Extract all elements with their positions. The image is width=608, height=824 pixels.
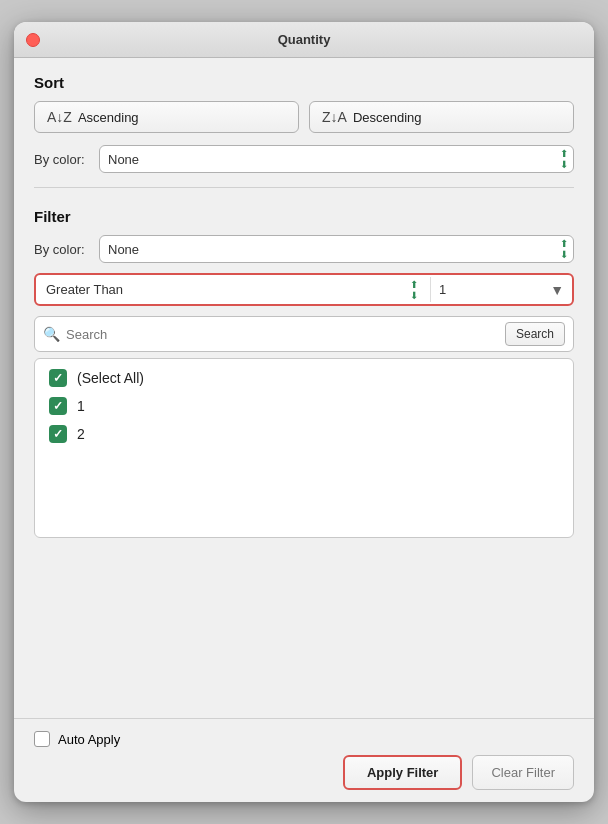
footer-buttons: Apply Filter Clear Filter — [34, 755, 574, 790]
clear-filter-button[interactable]: Clear Filter — [472, 755, 574, 790]
search-bar: 🔍 Search — [34, 316, 574, 352]
sort-label: Sort — [34, 74, 574, 91]
condition-value-input[interactable] — [431, 277, 570, 302]
select-all-label: (Select All) — [77, 370, 144, 386]
descending-icon: Z↓A — [322, 109, 347, 125]
sort-buttons: A↓Z Ascending Z↓A Descending — [34, 101, 574, 133]
window-title: Quantity — [278, 32, 331, 47]
item-1-label: 1 — [77, 398, 85, 414]
condition-select[interactable]: Greater Than Less Than Equals Not Equals… — [38, 277, 424, 302]
condition-select-wrapper: Greater Than Less Than Equals Not Equals… — [38, 277, 424, 302]
ascending-button[interactable]: A↓Z Ascending — [34, 101, 299, 133]
filter-color-select-wrapper: None ⬆⬇ — [99, 235, 574, 263]
sort-by-color-label: By color: — [34, 152, 89, 167]
descending-button[interactable]: Z↓A Descending — [309, 101, 574, 133]
apply-filter-button[interactable]: Apply Filter — [343, 755, 463, 790]
sort-color-select-wrapper: None ⬆⬇ — [99, 145, 574, 173]
search-icon: 🔍 — [43, 326, 60, 342]
filter-condition-row: Greater Than Less Than Equals Not Equals… — [34, 273, 574, 306]
list-item: 2 — [49, 425, 559, 443]
list-item: (Select All) — [49, 369, 559, 387]
sort-color-select[interactable]: None — [99, 145, 574, 173]
item-2-label: 2 — [77, 426, 85, 442]
list-item: 1 — [49, 397, 559, 415]
select-all-checkbox[interactable] — [49, 369, 67, 387]
item-2-checkbox[interactable] — [49, 425, 67, 443]
sort-by-color-row: By color: None ⬆⬇ — [34, 145, 574, 173]
close-button[interactable] — [26, 33, 40, 47]
sort-section: Sort A↓Z Ascending Z↓A Descending By col… — [34, 74, 574, 183]
descending-label: Descending — [353, 110, 422, 125]
ascending-icon: A↓Z — [47, 109, 72, 125]
content-area: Sort A↓Z Ascending Z↓A Descending By col… — [14, 58, 594, 718]
filter-section: Filter By color: None ⬆⬇ Greater Than — [34, 208, 574, 538]
footer: Auto Apply Apply Filter Clear Filter — [14, 718, 594, 802]
item-1-checkbox[interactable] — [49, 397, 67, 415]
filter-label: Filter — [34, 208, 574, 225]
filter-by-color-label: By color: — [34, 242, 89, 257]
auto-apply-checkbox[interactable] — [34, 731, 50, 747]
search-input[interactable] — [66, 327, 499, 342]
auto-apply-label: Auto Apply — [58, 732, 120, 747]
auto-apply-row: Auto Apply — [34, 731, 574, 747]
items-list: (Select All) 1 2 — [34, 358, 574, 538]
ascending-label: Ascending — [78, 110, 139, 125]
search-button[interactable]: Search — [505, 322, 565, 346]
main-window: Quantity Sort A↓Z Ascending Z↓A Descendi… — [14, 22, 594, 802]
divider — [34, 187, 574, 188]
filter-by-color-row: By color: None ⬆⬇ — [34, 235, 574, 263]
filter-color-select[interactable]: None — [99, 235, 574, 263]
titlebar: Quantity — [14, 22, 594, 58]
condition-value-wrapper: ▼ — [430, 277, 570, 302]
